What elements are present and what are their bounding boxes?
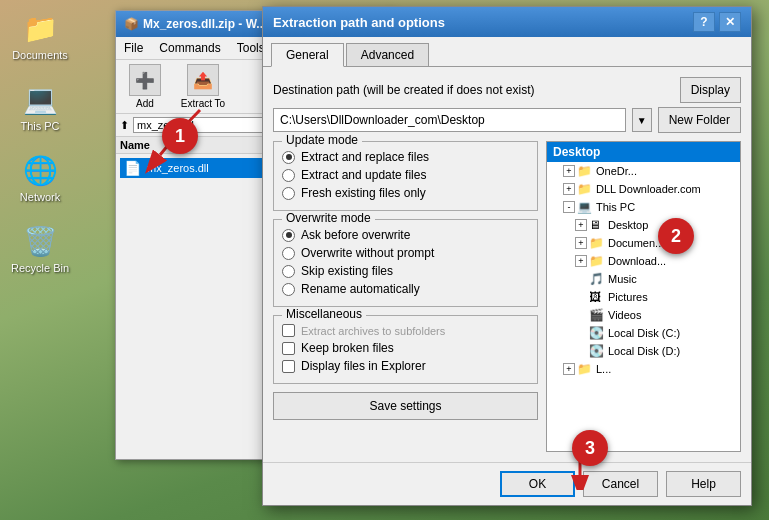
- radio-rename-auto-label: Rename automatically: [301, 282, 420, 296]
- recycle-label: Recycle Bin: [11, 262, 69, 274]
- radio-ask-before-label: Ask before overwrite: [301, 228, 410, 242]
- folder-icon-dll: 📁: [577, 182, 593, 196]
- tree-label-local-c: Local Disk (C:): [608, 327, 680, 339]
- dialog-title-text: Extraction path and options: [273, 15, 445, 30]
- radio-fresh-only[interactable]: Fresh existing files only: [282, 184, 529, 202]
- desktop-icon-recycle[interactable]: 🗑️ Recycle Bin: [10, 223, 70, 274]
- miscellaneous-group: Miscellaneous Extract archives to subfol…: [273, 315, 538, 384]
- tree-label-thispc: This PC: [596, 201, 635, 213]
- radio-extract-replace-dot[interactable]: [282, 151, 295, 164]
- radio-rename-auto-dot[interactable]: [282, 283, 295, 296]
- desktop-icon-documents[interactable]: 📁 Documents: [10, 10, 70, 61]
- tree-item-videos[interactable]: 🎬 Videos: [547, 306, 740, 324]
- checkbox-subfolders[interactable]: Extract archives to subfolders: [282, 322, 529, 339]
- radio-skip-existing-dot[interactable]: [282, 265, 295, 278]
- desktop-icon-thispc[interactable]: 💻 This PC: [10, 81, 70, 132]
- tree-body[interactable]: + 📁 OneDr... + 📁 DLL Downloader.com - 💻: [547, 162, 740, 451]
- dialog-help-btn[interactable]: ?: [693, 12, 715, 32]
- radio-without-prompt[interactable]: Overwrite without prompt: [282, 244, 529, 262]
- tree-label-downloads: Download...: [608, 255, 666, 267]
- main-content-area: Update mode Extract and replace files Ex…: [273, 141, 741, 452]
- radio-extract-replace-label: Extract and replace files: [301, 150, 429, 164]
- folder-icon-videos: 🎬: [589, 308, 605, 322]
- radio-rename-auto[interactable]: Rename automatically: [282, 280, 529, 298]
- radio-skip-existing[interactable]: Skip existing files: [282, 262, 529, 280]
- tree-item-music[interactable]: 🎵 Music: [547, 270, 740, 288]
- expand-documents[interactable]: +: [575, 237, 587, 249]
- tree-item-dll-downloader[interactable]: + 📁 DLL Downloader.com: [547, 180, 740, 198]
- folder-icon-thispc: 💻: [577, 200, 593, 214]
- extract-label: Extract To: [181, 98, 225, 109]
- save-settings-button[interactable]: Save settings: [273, 392, 538, 420]
- menu-file[interactable]: File: [120, 39, 147, 57]
- thispc-label: This PC: [20, 120, 59, 132]
- tree-item-local-c[interactable]: 💽 Local Disk (C:): [547, 324, 740, 342]
- tree-item-desktop[interactable]: + 🖥 Desktop: [547, 216, 740, 234]
- tab-advanced[interactable]: Advanced: [346, 43, 429, 66]
- toolbar-add-btn[interactable]: ➕ Add: [120, 64, 170, 109]
- tree-label-desktop: Desktop: [608, 219, 648, 231]
- tree-item-downloads[interactable]: + 📁 Download...: [547, 252, 740, 270]
- cancel-button[interactable]: Cancel: [583, 471, 658, 497]
- checkbox-subfolders-box[interactable]: [282, 324, 295, 337]
- tree-item-pictures[interactable]: 🖼 Pictures: [547, 288, 740, 306]
- menu-commands[interactable]: Commands: [155, 39, 224, 57]
- dialog-footer: OK Cancel Help: [263, 462, 751, 505]
- radio-without-prompt-label: Overwrite without prompt: [301, 246, 434, 260]
- tree-label-dll-downloader: DLL Downloader.com: [596, 183, 701, 195]
- dest-path-input[interactable]: [273, 108, 626, 132]
- tree-root-header[interactable]: Desktop: [547, 142, 740, 162]
- radio-extract-update[interactable]: Extract and update files: [282, 166, 529, 184]
- add-label: Add: [136, 98, 154, 109]
- radio-without-prompt-dot[interactable]: [282, 247, 295, 260]
- radio-ask-before-dot[interactable]: [282, 229, 295, 242]
- expand-downloads[interactable]: +: [575, 255, 587, 267]
- radio-extract-update-dot[interactable]: [282, 169, 295, 182]
- file-row-name: mx_zeros.dll: [147, 162, 209, 174]
- dest-dropdown-btn[interactable]: ▼: [632, 108, 652, 132]
- checkbox-display-explorer-box[interactable]: [282, 360, 295, 373]
- add-icon: ➕: [129, 64, 161, 96]
- dialog-close-btn[interactable]: ✕: [719, 12, 741, 32]
- expand-thispc[interactable]: -: [563, 201, 575, 213]
- radio-ask-before[interactable]: Ask before overwrite: [282, 226, 529, 244]
- help-button[interactable]: Help: [666, 471, 741, 497]
- expand-l[interactable]: +: [563, 363, 575, 375]
- tree-item-thispc[interactable]: - 💻 This PC: [547, 198, 740, 216]
- expand-onedrive[interactable]: +: [563, 165, 575, 177]
- radio-fresh-only-dot[interactable]: [282, 187, 295, 200]
- tab-general[interactable]: General: [271, 43, 344, 67]
- ok-button[interactable]: OK: [500, 471, 575, 497]
- annotation-2: 2: [658, 218, 694, 254]
- expand-dll-downloader[interactable]: +: [563, 183, 575, 195]
- desktop-icon-network[interactable]: 🌐 Network: [10, 152, 70, 203]
- radio-fresh-only-label: Fresh existing files only: [301, 186, 426, 200]
- folder-icon-pictures: 🖼: [589, 290, 605, 304]
- checkbox-keep-broken-box[interactable]: [282, 342, 295, 355]
- checkbox-keep-broken[interactable]: Keep broken files: [282, 339, 529, 357]
- update-mode-label: Update mode: [282, 133, 362, 147]
- dest-path-label: Destination path (will be created if doe…: [273, 83, 534, 97]
- expand-desktop[interactable]: +: [575, 219, 587, 231]
- radio-extract-update-label: Extract and update files: [301, 168, 426, 182]
- tree-item-documents[interactable]: + 📁 Documen...: [547, 234, 740, 252]
- tree-item-local-d[interactable]: 💽 Local Disk (D:): [547, 342, 740, 360]
- radio-skip-existing-label: Skip existing files: [301, 264, 393, 278]
- tree-item-l[interactable]: + 📁 L...: [547, 360, 740, 378]
- tree-label-documents: Documen...: [608, 237, 664, 249]
- dialog-title-bar: Extraction path and options ? ✕: [263, 7, 751, 37]
- folder-icon-music: 🎵: [589, 272, 605, 286]
- radio-extract-replace[interactable]: Extract and replace files: [282, 148, 529, 166]
- checkbox-display-explorer[interactable]: Display files in Explorer: [282, 357, 529, 375]
- winrar-icon: 📦: [124, 17, 139, 31]
- drive-icon-d: 💽: [589, 344, 605, 358]
- checkbox-keep-broken-label: Keep broken files: [301, 341, 394, 355]
- display-button[interactable]: Display: [680, 77, 741, 103]
- documents-icon: 📁: [22, 10, 58, 46]
- tree-item-onedrive[interactable]: + 📁 OneDr...: [547, 162, 740, 180]
- folder-icon-downloads: 📁: [589, 254, 605, 268]
- network-icon: 🌐: [22, 152, 58, 188]
- new-folder-button[interactable]: New Folder: [658, 107, 741, 133]
- up-icon[interactable]: ⬆: [120, 119, 129, 132]
- toolbar-extract-btn[interactable]: 📤 Extract To: [178, 64, 228, 109]
